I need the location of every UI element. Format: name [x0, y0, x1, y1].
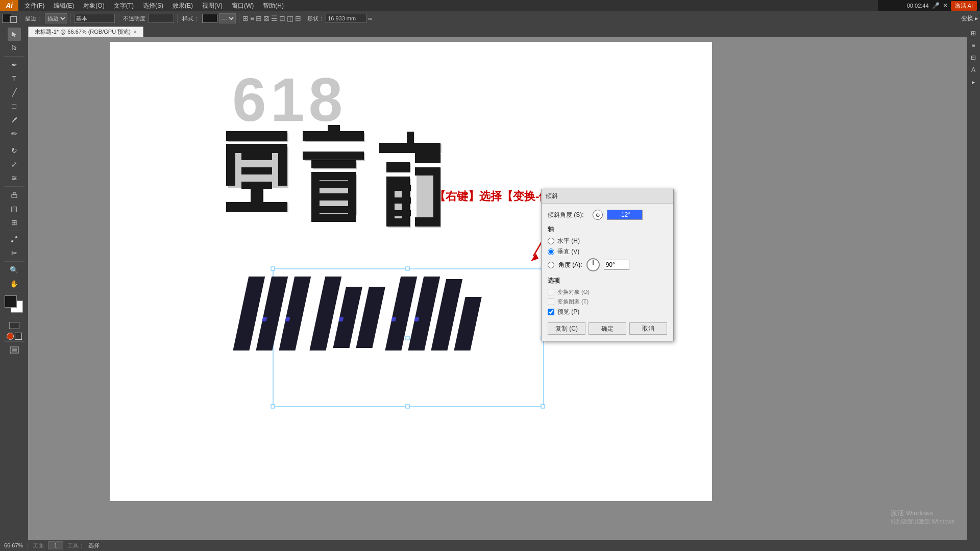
right-btn-3[interactable]: ⊟ — [968, 52, 979, 63]
svg-rect-28 — [381, 144, 442, 153]
menu-type[interactable]: 文字(T) — [110, 1, 138, 11]
svg-rect-45 — [241, 153, 272, 160]
svg-rect-31 — [388, 179, 411, 219]
align-icon-6[interactable]: ⊡ — [279, 14, 285, 22]
svg-rect-72 — [433, 167, 440, 218]
transform-objects-checkbox[interactable] — [548, 289, 554, 295]
brush-tool[interactable] — [8, 113, 21, 127]
svg-rect-47 — [241, 182, 272, 189]
handle-tl — [271, 267, 275, 270]
menu-select[interactable]: 选择(S) — [139, 1, 167, 11]
handle-bl — [271, 405, 275, 408]
right-btn-5[interactable]: ▸ — [968, 77, 979, 88]
char-dian-bg — [228, 133, 288, 212]
right-btn-4[interactable]: A — [968, 64, 979, 76]
arrowhead — [531, 254, 538, 261]
style-swatch[interactable] — [202, 14, 217, 23]
dialog-buttons: 复制 (C) 确定 取消 — [548, 322, 667, 335]
style-select[interactable]: — — [219, 13, 236, 23]
shear-dialog: 倾斜 倾斜角度 (S): ⊙ 轴 水平 (H) 垂直 (V) 角度 (A): 选… — [541, 189, 674, 341]
shear-angle-label: 倾斜角度 (S): — [548, 211, 589, 219]
cancel-button[interactable]: 取消 — [629, 322, 667, 335]
handle-ml — [271, 336, 275, 340]
menu-file[interactable]: 文件(F) — [20, 1, 48, 11]
align-icon-4[interactable]: ⊠ — [263, 14, 270, 22]
menu-effect[interactable]: 效果(E) — [168, 1, 197, 11]
char-jie-fg — [379, 132, 440, 227]
eyedropper-tool[interactable] — [8, 188, 21, 202]
direct-select-tool[interactable] — [8, 41, 21, 55]
ok-button[interactable]: 确定 — [589, 322, 626, 335]
horizontal-label: 水平 (H) — [557, 237, 580, 245]
full-screen-btn[interactable] — [15, 333, 22, 340]
svg-rect-71 — [415, 153, 440, 163]
artboard-tool[interactable] — [8, 343, 21, 357]
horizontal-radio[interactable] — [548, 238, 554, 244]
angle-axis-input[interactable] — [604, 260, 629, 270]
shear-angle-input[interactable] — [607, 210, 643, 220]
zoom-tool[interactable]: 🔍 — [8, 263, 21, 277]
warp-tool[interactable]: ≋ — [8, 171, 21, 185]
more-icon[interactable]: ▸ — [975, 15, 978, 22]
svg-rect-21 — [313, 162, 357, 169]
angle-axis-radio[interactable] — [548, 262, 554, 268]
page-input[interactable] — [48, 541, 63, 549]
svg-rect-33 — [404, 179, 411, 219]
transform-icon[interactable]: 变换 — [961, 14, 973, 23]
select-tool[interactable] — [8, 28, 21, 41]
svg-rect-89 — [414, 317, 420, 321]
align-icon-5[interactable]: ☰ — [271, 14, 278, 22]
activate-ai-button[interactable]: 激活 AI — [951, 1, 977, 11]
svg-rect-38 — [416, 168, 441, 219]
align-icon-3[interactable]: ⊟ — [256, 14, 262, 22]
right-btn-1[interactable]: ⊞ — [968, 28, 979, 39]
fg-color-swatch[interactable] — [5, 295, 17, 308]
transform-patterns-checkbox[interactable] — [548, 298, 554, 305]
close-icon[interactable]: ✕ — [943, 2, 948, 9]
stroke-swatch[interactable] — [10, 16, 17, 23]
stroke-select[interactable]: 描边 — [45, 13, 67, 23]
recording-time: 00:02:44 — [907, 3, 929, 9]
blend-tool[interactable] — [8, 233, 21, 246]
menu-object[interactable]: 对象(O) — [79, 1, 108, 11]
stroke-width-input[interactable] — [74, 14, 115, 23]
mesh-tool[interactable]: ⊞ — [8, 216, 21, 229]
menu-window[interactable]: 窗口(W) — [228, 1, 258, 11]
hand-tool[interactable]: ✋ — [8, 277, 21, 290]
pencil-tool[interactable]: ✏ — [8, 127, 21, 140]
shear-dialog-title[interactable]: 倾斜 — [542, 189, 673, 204]
normal-mode-btn[interactable] — [8, 319, 21, 332]
svg-rect-73 — [415, 167, 440, 176]
document-tab[interactable]: 未标题-1* @ 66.67% (RGB/GPU 预览) × — [28, 27, 143, 37]
rect-tool[interactable]: □ — [8, 99, 21, 113]
stroke-section: 描边： 描边 — [23, 13, 71, 23]
gradient-tool[interactable]: ▤ — [8, 202, 21, 215]
svg-rect-11 — [228, 147, 236, 188]
preview-checkbox[interactable] — [548, 309, 554, 315]
menu-help[interactable]: 帮助(H) — [259, 1, 288, 11]
align-icon-1[interactable]: ⊞ — [242, 14, 249, 22]
pen-tool[interactable]: ✒ — [8, 58, 21, 71]
rotate-tool[interactable]: ↻ — [8, 144, 21, 157]
align-icon-8[interactable]: ⊟ — [295, 14, 301, 22]
char-dian-fg — [226, 131, 287, 212]
menu-edit[interactable]: 编辑(E) — [50, 1, 78, 11]
zoom-level[interactable]: 66.67% — [4, 542, 23, 548]
tab-close-button[interactable]: × — [134, 29, 137, 35]
align-icon-7[interactable]: ◫ — [287, 14, 293, 22]
type-tool[interactable]: T — [8, 72, 21, 85]
screen-mode-btn[interactable] — [7, 333, 14, 340]
angle-wheel-icon[interactable] — [586, 258, 600, 271]
line-tool[interactable]: ╱ — [8, 86, 21, 99]
scissors-tool[interactable]: ✂ — [8, 246, 21, 260]
vertical-radio[interactable] — [548, 248, 554, 255]
shape-width-input[interactable] — [326, 14, 366, 23]
toolbar: 描边： 描边 不透明度 100% 样式： — ⊞ ≡ ⊟ ⊠ ☰ ⊡ ◫ ⊟ 形… — [0, 11, 980, 26]
opacity-input[interactable]: 100% — [149, 14, 174, 23]
align-icon-2[interactable]: ≡ — [250, 14, 254, 22]
canvas-area[interactable]: 618 — [28, 37, 967, 540]
menu-view[interactable]: 视图(V) — [198, 1, 227, 11]
scale-tool[interactable]: ⤢ — [8, 158, 21, 171]
right-btn-2[interactable]: ≡ — [968, 40, 979, 51]
copy-button[interactable]: 复制 (C) — [548, 322, 585, 335]
